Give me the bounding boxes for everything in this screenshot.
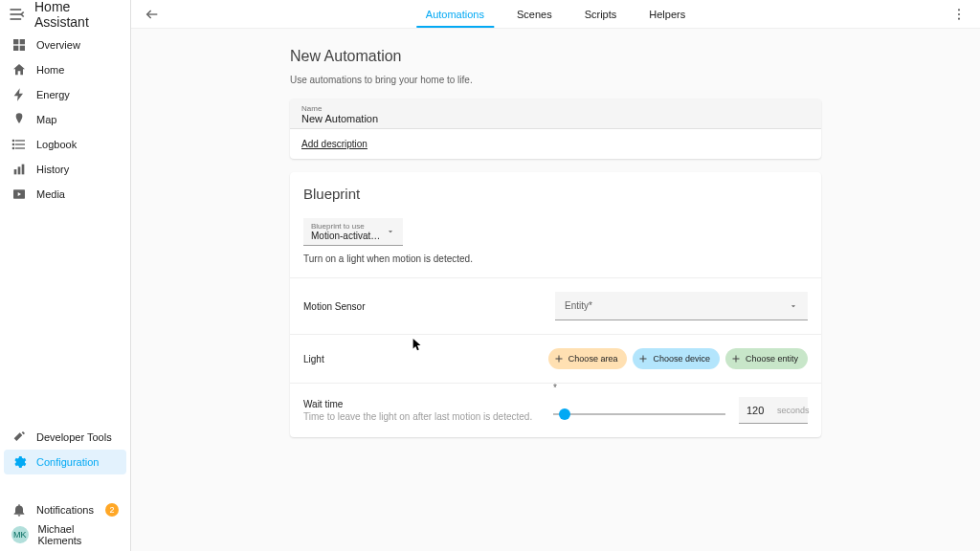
wait-time-label: Wait time (303, 399, 553, 409)
svg-rect-13 (14, 169, 17, 174)
avatar: MK (11, 526, 29, 543)
choose-entity-chip[interactable]: Choose entity (725, 348, 808, 369)
sidebar: Home Assistant Overview Home Energy Map … (0, 0, 131, 551)
sidebar-item-home[interactable]: Home (4, 57, 126, 82)
content: New Automation Use automations to bring … (131, 29, 980, 551)
svg-point-20 (958, 17, 960, 19)
map-icon (11, 112, 27, 127)
tab-helpers[interactable]: Helpers (649, 0, 685, 28)
topbar: Automations Scenes Scripts Helpers (131, 0, 980, 29)
blueprint-card: Blueprint Blueprint to use Motion-activa… (290, 172, 821, 437)
name-field-label: Name (301, 104, 810, 113)
svg-point-18 (958, 9, 960, 11)
main: Automations Scenes Scripts Helpers New A… (131, 0, 980, 551)
home-icon (11, 62, 27, 77)
svg-rect-5 (13, 46, 18, 51)
sidebar-item-label: Developer Tools (36, 431, 112, 443)
choose-device-chip[interactable]: Choose device (633, 348, 720, 369)
chart-icon (11, 162, 27, 177)
svg-rect-4 (20, 39, 25, 44)
svg-rect-6 (20, 46, 25, 51)
wait-time-slider[interactable] (553, 413, 725, 415)
add-description-link[interactable]: Add description (290, 129, 379, 159)
svg-point-10 (12, 140, 13, 141)
bell-icon (11, 502, 27, 518)
sidebar-header: Home Assistant (0, 0, 130, 29)
motion-sensor-row: Motion Sensor Entity* (290, 277, 821, 334)
motion-entity-select[interactable]: Entity* (555, 292, 808, 320)
sidebar-item-history[interactable]: History (4, 157, 126, 182)
blueprint-select-label: Blueprint to use (311, 222, 382, 231)
svg-point-11 (12, 143, 13, 144)
menu-toggle-icon[interactable] (8, 5, 27, 24)
sidebar-item-label: Logbook (36, 139, 77, 150)
back-button[interactable] (139, 1, 166, 28)
tabs: Automations Scenes Scripts Helpers (426, 0, 685, 28)
tab-scripts[interactable]: Scripts (585, 0, 617, 28)
gear-icon (11, 454, 27, 470)
wait-time-row: Wait time Time to leave the light on aft… (290, 383, 821, 437)
hammer-icon (11, 430, 27, 445)
svg-point-12 (12, 147, 13, 148)
plus-icon (730, 353, 742, 364)
wait-time-suffix: seconds (777, 406, 810, 415)
plus-icon (553, 353, 565, 364)
tab-scenes[interactable]: Scenes (517, 0, 552, 28)
svg-rect-14 (18, 166, 21, 174)
light-label: Light (303, 354, 548, 364)
sidebar-item-configuration[interactable]: Configuration (4, 450, 126, 474)
sidebar-item-devtools[interactable]: Developer Tools (4, 425, 126, 450)
plus-icon (637, 353, 649, 364)
svg-point-19 (958, 12, 960, 14)
name-card: Name New Automation Add description (290, 99, 821, 159)
wait-time-number-box: seconds (739, 397, 808, 424)
sidebar-item-map[interactable]: Map (4, 107, 126, 132)
sidebar-item-user[interactable]: MK Michael Klements (4, 522, 126, 547)
sidebar-item-label: Energy (36, 89, 70, 100)
dashboard-icon (11, 37, 27, 53)
tab-automations[interactable]: Automations (426, 0, 484, 28)
blueprint-select-value: Motion-activated Light (311, 231, 382, 241)
sidebar-item-label: Configuration (36, 456, 99, 468)
wait-time-sub: Time to leave the light on after last mo… (303, 411, 553, 422)
user-name: Michael Klements (38, 523, 119, 546)
choose-area-chip[interactable]: Choose area (548, 348, 628, 369)
play-icon (11, 187, 27, 202)
sidebar-item-label: Media (36, 188, 65, 200)
sidebar-item-label: Home (36, 64, 64, 76)
motion-sensor-label: Motion Sensor (303, 301, 555, 312)
target-chips: Choose area Choose device Choose entity (548, 348, 808, 369)
lightning-icon (11, 87, 27, 102)
chevron-down-icon (386, 227, 395, 236)
page-subtitle: Use automations to bring your home to li… (290, 75, 821, 85)
blueprint-select[interactable]: Blueprint to use Motion-activated Light (303, 218, 403, 246)
sidebar-item-media[interactable]: Media (4, 182, 126, 207)
chevron-down-icon (789, 301, 798, 311)
app-title: Home Assistant (34, 0, 122, 30)
name-field-value: New Automation (301, 113, 810, 124)
entity-placeholder: Entity* (565, 300, 592, 311)
sidebar-item-energy[interactable]: Energy (4, 82, 126, 107)
light-row: Light Choose area Choose device (290, 334, 821, 383)
sidebar-item-logbook[interactable]: Logbook (4, 132, 126, 157)
blueprint-heading: Blueprint (303, 186, 808, 202)
blueprint-description: Turn on a light when motion is detected. (303, 253, 808, 264)
sidebar-item-label: History (36, 164, 69, 175)
svg-rect-15 (22, 165, 25, 175)
page-title: New Automation (290, 48, 821, 65)
dots-vertical-icon (951, 7, 967, 22)
sidebar-item-overview[interactable]: Overview (4, 33, 126, 57)
sidebar-item-label: Notifications (36, 504, 94, 516)
list-icon (11, 137, 27, 152)
name-input[interactable]: Name New Automation (290, 99, 821, 129)
sidebar-item-label: Overview (36, 39, 80, 51)
sidebar-item-label: Map (36, 114, 56, 125)
svg-rect-3 (13, 39, 18, 44)
arrow-left-icon (145, 7, 160, 22)
notification-badge: 2 (105, 503, 119, 517)
overflow-menu-button[interactable] (946, 1, 972, 28)
sidebar-item-notifications[interactable]: Notifications 2 (4, 497, 126, 522)
wait-time-input[interactable] (746, 405, 769, 416)
